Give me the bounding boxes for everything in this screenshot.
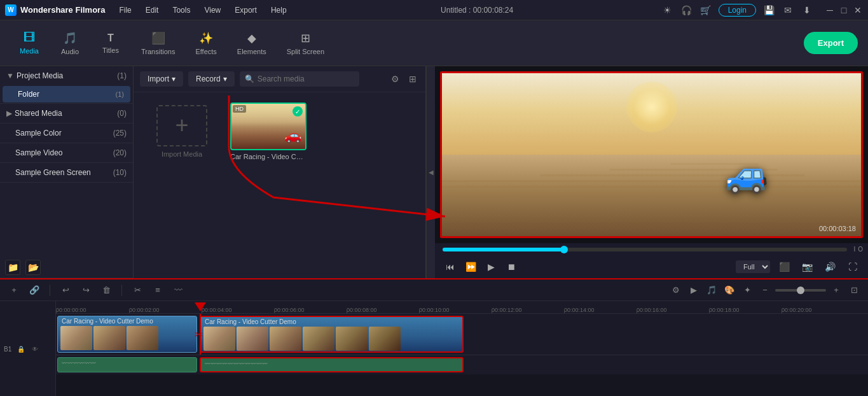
mail-icon[interactable]: ✉: [782, 5, 794, 15]
close-button[interactable]: ✕: [853, 5, 863, 15]
fit-timeline-button[interactable]: ⊡: [846, 283, 862, 298]
search-wrapper: 🔍: [240, 71, 383, 87]
effects-tl-button[interactable]: ✦: [740, 283, 755, 298]
new-folder-button[interactable]: 📁: [5, 260, 20, 275]
record-button[interactable]: Record ▾: [188, 71, 235, 87]
save-icon[interactable]: 💾: [762, 5, 775, 15]
folder-label: Folder: [18, 90, 39, 99]
sample-video-section: Sample Video (20): [0, 143, 133, 163]
login-button[interactable]: Login: [719, 4, 756, 17]
video-clip-1[interactable]: Car Racing - Video Cutter Demo: [57, 316, 197, 353]
frame-8: [336, 327, 368, 351]
sample-video-count: (20): [113, 148, 127, 157]
filter-icon[interactable]: ⚙: [389, 74, 401, 84]
ruler-mark-12: 00:00:12:00: [492, 307, 522, 313]
undo-button[interactable]: ↩: [58, 283, 73, 298]
window-controls: ─ □ ✕: [825, 5, 863, 15]
import-media-placeholder[interactable]: + Import Media: [144, 103, 220, 160]
volume-button[interactable]: 🔊: [821, 258, 839, 276]
speed-button[interactable]: ≡: [150, 283, 165, 298]
sample-color-header[interactable]: Sample Color (25): [0, 124, 133, 143]
audio-settings-button[interactable]: 🎵: [704, 283, 719, 298]
zoom-slider-thumb[interactable]: [797, 286, 804, 294]
add-to-timeline-button[interactable]: ⬛: [775, 258, 793, 276]
zoom-out-button[interactable]: −: [757, 283, 773, 298]
frame-4: [203, 327, 235, 351]
shared-media-header[interactable]: ▶ Shared Media (0): [0, 104, 133, 123]
play-button[interactable]: ▶: [482, 258, 500, 276]
scrubber-thumb[interactable]: [560, 246, 568, 253]
maximize-button[interactable]: □: [839, 5, 849, 15]
toolbar-titles[interactable]: T Titles: [92, 27, 130, 59]
media-label: Media: [20, 47, 39, 55]
ruler-mark-18: 00:00:18:00: [709, 307, 740, 313]
slow-play-button[interactable]: ⏩: [462, 258, 479, 276]
zoom-in-button[interactable]: +: [829, 283, 844, 298]
audio-clip-1[interactable]: 〰〰〰〰〰〰: [57, 357, 197, 372]
headset-icon[interactable]: 🎧: [680, 5, 693, 15]
sun-icon[interactable]: ☀: [661, 5, 674, 15]
delete-button[interactable]: 🗑: [99, 283, 114, 298]
timeline-content[interactable]: 00:00:00:00 00:00:02:00 00:00:04:00 00:0…: [56, 301, 868, 396]
add-track-button[interactable]: +: [6, 283, 22, 298]
app-logo: W Wondershare Filmora: [5, 4, 105, 16]
prev-frame-button[interactable]: ⏮: [441, 258, 459, 276]
toolbar-elements[interactable]: ◆ Elements: [228, 26, 275, 60]
zoom-select[interactable]: Full: [736, 260, 770, 273]
menu-export[interactable]: Export: [228, 4, 263, 17]
folder-item[interactable]: Folder (1): [3, 86, 130, 103]
car-in-frame: 🚙: [725, 154, 769, 195]
splitscreen-label: Split Screen: [287, 48, 324, 55]
toolbar-media[interactable]: 🎞 Media: [10, 26, 48, 60]
media-icon: 🎞: [24, 31, 35, 45]
in-point: I: [853, 246, 855, 253]
snapshot-button[interactable]: 📷: [798, 258, 816, 276]
import-folder-button[interactable]: 📂: [25, 260, 41, 275]
clip-thumbnail[interactable]: 🚗 ✓ HD Car Racing - Video Cutt...: [230, 103, 307, 160]
audio-clip-2[interactable]: 〰〰〰〰〰〰〰〰〰〰〰: [200, 357, 464, 372]
toolbar-effects[interactable]: ✨ Effects: [186, 26, 225, 60]
redo-button[interactable]: ↪: [78, 283, 93, 298]
link-button[interactable]: 🔗: [27, 283, 42, 298]
menu-help[interactable]: Help: [265, 4, 293, 17]
scissors-icon: ✂: [195, 329, 203, 341]
waveform-button[interactable]: 〰: [170, 283, 186, 298]
zoom-settings-button[interactable]: ⚙: [668, 283, 684, 298]
menu-tools[interactable]: Tools: [166, 4, 196, 17]
collapse-panel-button[interactable]: ◀: [426, 66, 435, 278]
timeline-panel: + 🔗 ↩ ↪ 🗑 ✂ ≡ 〰 ⚙ ▶ 🎵 🎨 ✦ − + ⊡ B1: [0, 278, 868, 396]
menu-view[interactable]: View: [198, 4, 227, 17]
lock-button[interactable]: 🔒: [15, 344, 27, 355]
video-clip-2[interactable]: Car Racing - Video Cutter Demo: [200, 316, 464, 353]
ruler-mark-6: 00:00:06:00: [274, 307, 305, 313]
color-button[interactable]: 🎨: [722, 283, 737, 298]
sample-green-header[interactable]: Sample Green Screen (10): [0, 163, 133, 182]
project-media-arrow: ▼: [6, 71, 14, 80]
minimize-button[interactable]: ─: [825, 5, 835, 15]
stop-button[interactable]: ⏹: [502, 258, 520, 276]
zoom-slider[interactable]: [775, 289, 826, 292]
record-dropdown-icon: ▾: [223, 74, 227, 83]
scrubber-bar[interactable]: [443, 248, 847, 251]
fullscreen-button[interactable]: ⛶: [844, 258, 862, 276]
search-input[interactable]: [240, 71, 359, 87]
toolbar-audio[interactable]: 🎵 Audio: [51, 26, 89, 60]
grid-icon[interactable]: ⊞: [406, 74, 419, 84]
download-icon[interactable]: ⬇: [801, 5, 813, 15]
menu-file[interactable]: File: [113, 4, 137, 17]
scrubber-row: I O: [435, 243, 868, 255]
titlebar-right: ☀ 🎧 🛒 Login 💾 ✉ ⬇ ─ □ ✕: [661, 4, 863, 17]
sample-video-header[interactable]: Sample Video (20): [0, 143, 133, 162]
visibility-button[interactable]: 👁: [29, 344, 41, 355]
menu-edit[interactable]: Edit: [139, 4, 165, 17]
toolbar-splitscreen[interactable]: ⊞ Split Screen: [278, 26, 333, 60]
audio-waveform-2: 〰〰〰〰〰〰〰〰〰〰〰: [201, 358, 462, 370]
cart-icon[interactable]: 🛒: [699, 5, 712, 15]
toolbar-transitions[interactable]: ⬛ Transitions: [132, 26, 184, 60]
project-media-header[interactable]: ▼ Project Media (1): [0, 66, 133, 85]
import-button[interactable]: Import ▾: [140, 71, 183, 87]
export-button[interactable]: Export: [804, 32, 858, 54]
motion-button[interactable]: ▶: [686, 283, 701, 298]
split-button[interactable]: ✂: [130, 283, 145, 298]
ruler-mark-0: 00:00:00:00: [56, 307, 86, 313]
